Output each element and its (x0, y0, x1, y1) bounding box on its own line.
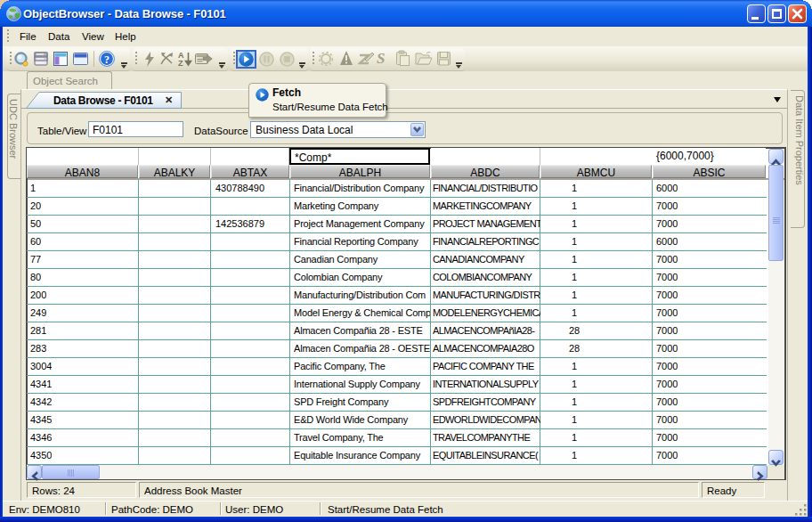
svg-text:?: ? (104, 53, 110, 66)
svg-text:Z: Z (178, 59, 183, 67)
